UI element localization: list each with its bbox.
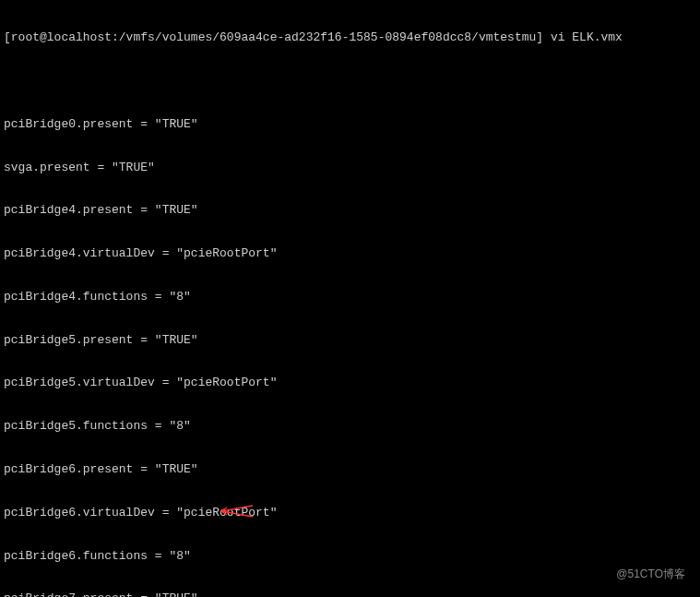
config-line: pciBridge6.present = "TRUE" — [4, 462, 696, 477]
config-line: pciBridge4.virtualDev = "pcieRootPort" — [4, 246, 696, 261]
config-line: pciBridge4.functions = "8" — [4, 290, 696, 304]
config-line: pciBridge6.virtualDev = "pcieRootPort" — [4, 506, 696, 520]
bottom-edge — [0, 584, 700, 597]
watermark-text: @51CTO博客 — [616, 567, 685, 580]
blank-line — [4, 74, 696, 89]
config-line: svga.present = "TRUE" — [4, 161, 696, 175]
config-line: pciBridge5.functions = "8" — [4, 419, 696, 434]
terminal-output[interactable]: [root@localhost:/vmfs/volumes/609aa4ce-a… — [0, 0, 700, 597]
config-line: pciBridge5.present = "TRUE" — [4, 333, 696, 348]
command-prompt: [root@localhost:/vmfs/volumes/609aa4ce-a… — [4, 30, 696, 45]
config-line: pciBridge4.present = "TRUE" — [4, 203, 696, 218]
config-line: pciBridge5.virtualDev = "pcieRootPort" — [4, 376, 696, 390]
config-line: pciBridge6.functions = "8" — [4, 549, 696, 564]
config-line: pciBridge0.present = "TRUE" — [4, 117, 696, 132]
